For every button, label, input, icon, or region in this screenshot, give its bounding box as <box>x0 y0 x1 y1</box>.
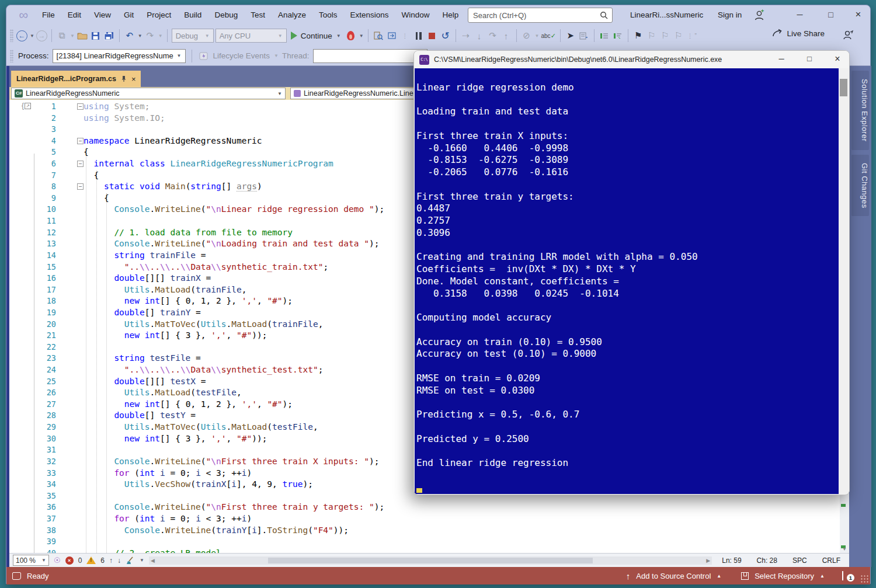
code-line[interactable]: 36 Console.WriteLine("\nFirst three trai… <box>9 502 840 513</box>
horizontal-scrollbar-thumb[interactable] <box>268 558 593 563</box>
menu-view[interactable]: View <box>88 5 117 25</box>
error-count[interactable]: 0 <box>78 556 82 565</box>
project-dropdown[interactable]: C# LinearRidgeRegressNumeric ▼ <box>11 88 286 99</box>
comment-lines-icon[interactable] <box>599 29 610 43</box>
open-folder-icon[interactable] <box>77 29 88 43</box>
console-minimize-button[interactable]: ─ <box>770 51 793 68</box>
fold-collapse-icon[interactable]: – <box>77 103 84 110</box>
console-scrollbar[interactable] <box>839 68 849 494</box>
warning-count[interactable]: 6 <box>100 556 105 565</box>
live-share-icon <box>772 29 783 38</box>
horizontal-scrollbar[interactable]: ◀ ▶ <box>149 556 712 565</box>
toolbar-drag-handle[interactable] <box>10 29 13 42</box>
line-ending-mode[interactable]: CRLF <box>817 556 846 565</box>
stop-icon[interactable] <box>426 29 438 43</box>
navigate-back-dropdown-icon[interactable]: ▼ <box>30 33 34 39</box>
hot-reload-icon[interactable] <box>345 29 357 43</box>
processbar-drag-handle[interactable] <box>10 50 13 62</box>
add-to-source-control-button[interactable]: Add to Source Control <box>636 572 711 580</box>
live-share-button[interactable]: Live Share <box>772 29 825 38</box>
select-repository-button[interactable]: Select Repository <box>755 572 814 580</box>
minimize-button[interactable]: ─ <box>787 5 813 25</box>
fold-collapse-icon[interactable]: – <box>77 183 84 190</box>
close-button[interactable]: × <box>845 5 871 25</box>
play-icon <box>291 32 297 40</box>
fold-collapse-icon[interactable]: – <box>77 161 84 167</box>
uncomment-lines-icon[interactable] <box>612 29 624 43</box>
background-tasks-icon[interactable] <box>12 572 21 580</box>
zoom-select[interactable]: 100 %▼ <box>13 555 49 566</box>
menu-analyze[interactable]: Analyze <box>272 5 312 25</box>
code-line[interactable]: 37 for (int i = 0; i < 3; ++i) <box>9 513 840 525</box>
undo-icon[interactable]: ↶ <box>124 29 135 43</box>
tab-solution-explorer[interactable]: Solution Explorer <box>851 71 869 150</box>
intellicode-icon[interactable]: ☉ <box>54 556 61 565</box>
console-close-button[interactable]: × <box>826 51 849 68</box>
errors-icon[interactable]: × <box>65 556 74 565</box>
line-number: 22 <box>9 342 56 353</box>
line-number: 8 <box>9 181 56 193</box>
toolbar-overflow-icon[interactable]: ⋮ <box>399 29 411 43</box>
restart-icon[interactable]: ↺ <box>440 29 451 43</box>
warnings-icon[interactable] <box>86 556 96 564</box>
pause-icon[interactable] <box>413 29 425 43</box>
menu-file[interactable]: File <box>36 5 61 25</box>
next-issue-icon[interactable]: ↓ <box>117 556 121 565</box>
line-number: 13 <box>9 238 56 250</box>
account-person-icon[interactable] <box>842 30 854 40</box>
menu-window[interactable]: Window <box>395 5 436 25</box>
scrollbar-down-arrow-icon[interactable]: ▼ <box>840 547 849 552</box>
menu-test[interactable]: Test <box>244 5 272 25</box>
new-item-icon[interactable]: ⧉ <box>56 29 68 43</box>
fold-collapse-icon[interactable]: – <box>77 138 84 144</box>
menu-help[interactable]: Help <box>436 5 465 25</box>
navigate-back-icon[interactable]: ← <box>16 30 27 41</box>
bookmark-toggle-icon[interactable]: ⚑ <box>632 29 644 43</box>
format-document-icon[interactable] <box>578 29 590 43</box>
notifications-bell-icon[interactable]: 1 <box>842 572 850 580</box>
find-in-files-icon[interactable] <box>373 29 384 43</box>
scroll-left-icon[interactable]: ◀ <box>151 558 155 563</box>
line-number: 25 <box>9 376 56 388</box>
sign-in-person-icon[interactable]: + <box>753 9 766 22</box>
previous-issue-icon[interactable]: ↑ <box>109 556 113 565</box>
source-control-caret-icon[interactable]: ▲ <box>717 573 721 579</box>
menu-extensions[interactable]: Extensions <box>344 5 395 25</box>
sign-in-link[interactable]: Sign in <box>718 5 742 25</box>
process-select[interactable]: [21384] LinearRidgeRegressNume▼ <box>53 49 186 63</box>
tab-git-changes[interactable]: Git Changes <box>851 155 869 217</box>
space-mode[interactable]: SPC <box>787 556 812 565</box>
maximize-button[interactable]: □ <box>818 5 844 25</box>
code-line[interactable]: 39 <box>9 536 840 548</box>
console-title-bar[interactable]: C:\ C:\VSM\LinearRidgeRegressNumeric\bin… <box>414 51 849 68</box>
repository-caret-icon[interactable]: ▲ <box>820 573 825 579</box>
code-line[interactable]: 38 Console.WriteLine(trainY[i].ToString(… <box>9 525 840 537</box>
pointer-mode-icon[interactable]: ➤ <box>565 29 576 43</box>
menu-git[interactable]: Git <box>117 5 140 25</box>
menu-project[interactable]: Project <box>140 5 178 25</box>
pin-icon[interactable] <box>121 75 127 82</box>
menu-debug[interactable]: Debug <box>208 5 244 25</box>
scroll-right-icon[interactable]: ▶ <box>706 558 710 563</box>
document-tab[interactable]: LinearRidgeR...icProgram.cs × <box>11 71 141 87</box>
lifecycle-events-icon <box>198 49 210 63</box>
code-cleanup-icon[interactable] <box>126 556 134 565</box>
save-all-icon[interactable] <box>103 29 115 43</box>
resize-grip[interactable] <box>860 575 868 583</box>
line-number: 32 <box>9 456 56 468</box>
breakpoints-icon[interactable]: ⊘ <box>521 29 533 43</box>
thread-select[interactable]: ▼ <box>313 49 427 63</box>
console-window[interactable]: C:\ C:\VSM\LinearRidgeRegressNumeric\bin… <box>413 50 850 495</box>
console-scrollbar-thumb[interactable] <box>840 79 847 96</box>
menu-tools[interactable]: Tools <box>312 5 344 25</box>
sync-with-active-document-icon[interactable] <box>386 29 398 43</box>
tab-close-icon[interactable]: × <box>131 75 136 83</box>
search-input[interactable]: Search (Ctrl+Q) <box>468 8 613 23</box>
save-icon[interactable] <box>90 29 102 43</box>
menu-build[interactable]: Build <box>178 5 208 25</box>
code-analysis-icon[interactable]: abc✓ <box>541 29 556 43</box>
continue-button[interactable]: Continue ▼ <box>288 32 343 40</box>
bookmark-overflow-icon[interactable]: ⋮ ” <box>686 29 698 43</box>
menu-edit[interactable]: Edit <box>61 5 88 25</box>
console-maximize-button[interactable]: □ <box>798 51 821 68</box>
